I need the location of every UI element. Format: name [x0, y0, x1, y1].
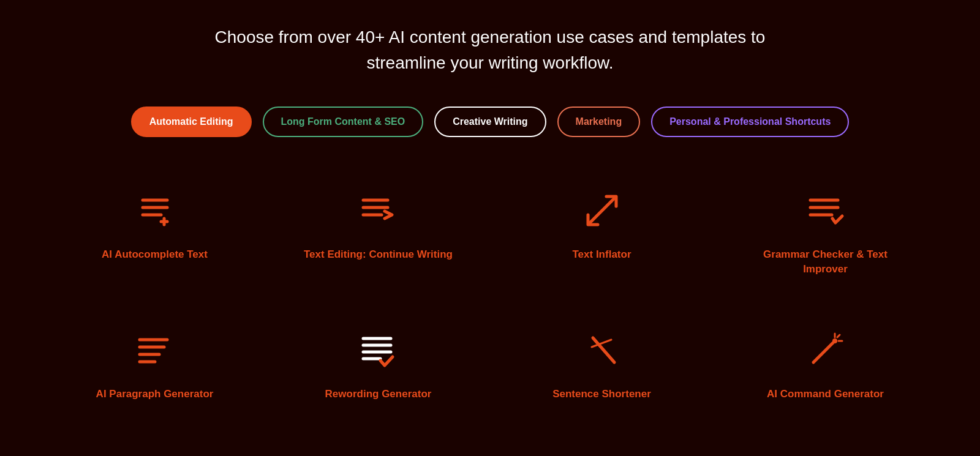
arrows-expand-icon [578, 186, 627, 235]
card-text-inflator[interactable]: Text Inflator [508, 174, 695, 289]
card-ai-autocomplete-label: AI Autocomplete Text [102, 247, 208, 262]
cards-grid: AI Autocomplete Text Text Editing: Conti… [61, 174, 919, 413]
card-text-inflator-label: Text Inflator [572, 247, 631, 262]
card-ai-command[interactable]: AI Command Generator [732, 313, 919, 414]
scissors-diagonal-icon [578, 326, 627, 375]
magic-wand-icon [801, 326, 850, 375]
card-ai-command-label: AI Command Generator [767, 387, 884, 402]
tab-marketing[interactable]: Marketing [557, 107, 641, 137]
svg-line-8 [590, 198, 614, 223]
tab-long-form-seo[interactable]: Long Form Content & SEO [263, 107, 424, 137]
svg-line-25 [837, 335, 840, 337]
tabs-row: Automatic Editing Long Form Content & SE… [131, 107, 850, 137]
card-ai-autocomplete[interactable]: AI Autocomplete Text [61, 174, 248, 289]
card-text-continue[interactable]: Text Editing: Continue Writing [285, 174, 472, 289]
card-grammar-checker[interactable]: Grammar Checker & Text Improver [732, 174, 919, 289]
svg-line-20 [593, 338, 614, 362]
list-check-icon [801, 186, 850, 235]
card-ai-paragraph[interactable]: AI Paragraph Generator [61, 313, 248, 414]
card-grammar-checker-label: Grammar Checker & Text Improver [744, 247, 907, 277]
list-plus-icon [130, 186, 179, 235]
list-left-icon [130, 326, 179, 375]
card-rewording[interactable]: Rewording Generator [285, 313, 472, 414]
page-container: Choose from over 40+ AI content generati… [0, 0, 980, 438]
svg-point-27 [832, 338, 837, 343]
list-arrow-icon [354, 186, 403, 235]
card-sentence-shortener[interactable]: Sentence Shortener [508, 313, 695, 414]
tab-automatic-editing[interactable]: Automatic Editing [131, 107, 252, 137]
tab-creative-writing[interactable]: Creative Writing [434, 107, 546, 137]
card-ai-paragraph-label: AI Paragraph Generator [96, 387, 214, 402]
list-checkmark-icon [354, 326, 403, 375]
card-text-continue-label: Text Editing: Continue Writing [304, 247, 453, 262]
tab-personal-professional[interactable]: Personal & Professional Shortcuts [651, 107, 849, 137]
card-sentence-shortener-label: Sentence Shortener [552, 387, 651, 402]
card-rewording-label: Rewording Generator [325, 387, 432, 402]
header-title: Choose from over 40+ AI content generati… [214, 24, 766, 76]
